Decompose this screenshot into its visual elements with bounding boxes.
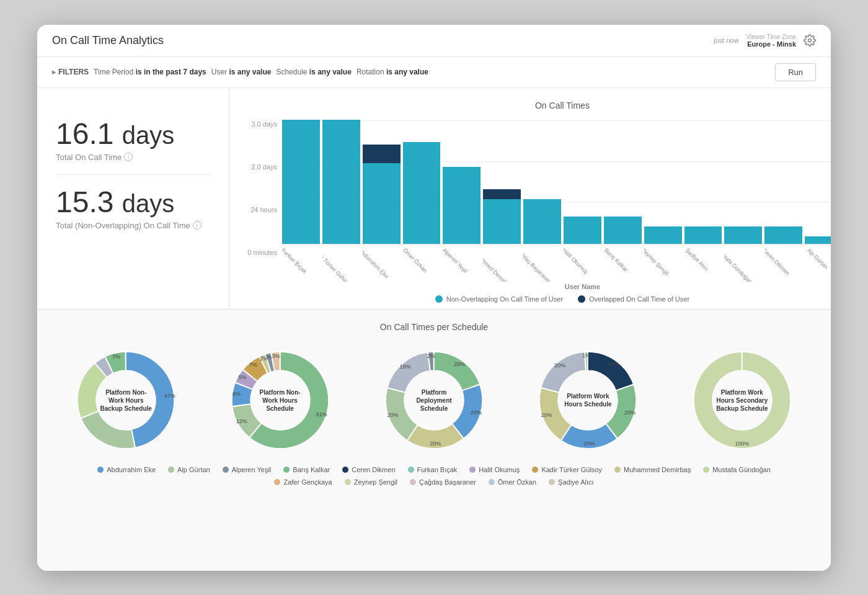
- svg-text:20%: 20%: [541, 412, 552, 418]
- svg-text:7%: 7%: [112, 354, 120, 360]
- total-oncall-block: 16.1 days Total On Call Time i: [56, 107, 210, 175]
- bar-group: [363, 120, 401, 244]
- bar-overlap: [363, 145, 401, 163]
- non-overlapping-label: Total (Non-Overlapping) On Call Time i: [56, 221, 210, 230]
- legend-entry-8: Muhammed Demirbaş: [614, 466, 691, 473]
- legend-label-4: Ceren Dikmen: [352, 466, 395, 473]
- x-label: Alp Gürtan: [806, 247, 829, 270]
- x-label-wrap: Muhammed Demirbaş: [483, 244, 521, 282]
- legend-circle-1: [168, 467, 174, 473]
- x-label-wrap: Mustafa Gündoğan: [724, 244, 762, 282]
- donut-center-label-3: Platform Work Hours Schedule: [560, 392, 616, 408]
- legend-entry-9: Mustafa Gündoğan: [703, 466, 771, 473]
- legend-entry-6: Halit Okumuş: [469, 466, 520, 473]
- x-label: Barış Kalkar: [604, 247, 629, 273]
- x-label: Halit Okumuş: [564, 247, 590, 275]
- svg-text:20%: 20%: [471, 409, 482, 416]
- legend-circle-12: [410, 479, 416, 485]
- chart-area: [282, 120, 831, 244]
- x-label-wrap: Şadiye Alıcı: [684, 244, 722, 282]
- x-label: Kadir Türker Gülsoy: [322, 247, 352, 282]
- svg-text:12%: 12%: [236, 418, 247, 424]
- main-content: 16.1 days Total On Call Time i 15.3 days…: [37, 88, 831, 571]
- dashboard: On Call Time Analytics just now Viewer T…: [37, 25, 831, 571]
- bar-main: [443, 167, 480, 244]
- donut-svg-container-1: 61%12%8%5%7%2%2%3%Platform Non-Work Hour…: [224, 344, 336, 456]
- legend-circle-5: [408, 467, 414, 473]
- svg-text:20%: 20%: [454, 360, 465, 367]
- x-label-wrap: Barış Kalkar: [604, 244, 642, 282]
- legend-entry-2: Alperen Yeşil: [223, 466, 272, 473]
- bar-group: [443, 120, 480, 244]
- x-label-wrap: Zeynep Şengil: [644, 244, 682, 282]
- legend-label-8: Muhammed Demirbaş: [624, 466, 691, 473]
- legend-label-13: Ömer Özkan: [498, 478, 536, 486]
- legend-circle-2: [223, 467, 229, 473]
- svg-text:3%: 3%: [272, 352, 280, 359]
- donut-center-label-4: Platform Work Hours Secondary Backup Sch…: [714, 388, 770, 412]
- bar-chart: 3.0 days 2.0 days 24 hours 0 minutes: [242, 120, 831, 282]
- filter-bar: FILTERS Time Period is in the past 7 day…: [37, 57, 831, 88]
- svg-text:1%: 1%: [583, 352, 591, 359]
- x-label-wrap: Çağdaş Başaraner: [523, 244, 561, 282]
- x-label-wrap: Alperen Yeşil: [443, 244, 480, 282]
- svg-text:100%: 100%: [735, 441, 749, 447]
- donut-svg-container-2: 20%20%20%20%19%2%Platform Deployment Sch…: [378, 344, 490, 456]
- donut-svg-container-4: 100%Platform Work Hours Secondary Backup…: [686, 344, 798, 456]
- legend-entry-14: Şadiye Alıcı: [549, 478, 593, 486]
- bar-main: [322, 120, 360, 244]
- legend-label-12: Çağdaş Başaraner: [419, 478, 476, 486]
- donut-charts-row: 47%7%Platform Non-Work Hours Backup Sche…: [52, 344, 816, 456]
- svg-text:2%: 2%: [427, 352, 435, 359]
- donut-wrapper-4: 100%Platform Work Hours Secondary Backup…: [668, 344, 816, 456]
- x-label-wrap: Furkan Bıçak: [282, 244, 320, 282]
- bar-main: [403, 142, 441, 244]
- legend-circle-8: [614, 467, 621, 473]
- legend-entry-10: Zafer Gençkaya: [274, 478, 332, 486]
- filter-user: User is any value: [211, 68, 272, 76]
- total-oncall-label: Total On Call Time i: [56, 153, 210, 162]
- settings-icon[interactable]: [804, 34, 816, 47]
- legend-circle-9: [703, 467, 709, 473]
- donut-center-label-1: Platform Non-Work Hours Schedule: [252, 388, 308, 412]
- chart-title: On Call Times: [242, 101, 831, 110]
- filter-schedule: Schedule is any value: [276, 68, 351, 76]
- legend-entry-0: Abdurrahim Eke: [97, 466, 156, 473]
- run-button[interactable]: Run: [775, 63, 816, 81]
- legend-entry-13: Ömer Özkan: [489, 478, 536, 486]
- chart-legend: Non-Overlapping On Call Time of User Ove…: [242, 295, 831, 303]
- donut-wrapper-2: 20%20%20%20%19%2%Platform Deployment Sch…: [360, 344, 508, 456]
- bar-main: [764, 226, 802, 244]
- svg-text:20%: 20%: [555, 362, 566, 369]
- x-label-wrap: Kadir Türker Gülsoy: [322, 244, 360, 282]
- bar-group: [564, 120, 601, 244]
- x-label: Çağdaş Başaraner: [523, 247, 552, 282]
- bar-main: [805, 236, 831, 244]
- non-overlapping-info-icon[interactable]: i: [193, 221, 202, 230]
- bar-main: [523, 199, 561, 244]
- legend-label-1: Alp Gürtan: [177, 466, 210, 473]
- bar-group: [523, 120, 561, 244]
- legend-label-2: Alperen Yeşil: [232, 466, 272, 473]
- svg-text:7%: 7%: [249, 362, 257, 368]
- top-section: 16.1 days Total On Call Time i 15.3 days…: [37, 88, 831, 310]
- total-oncall-info-icon[interactable]: i: [124, 153, 133, 161]
- legend-circle-7: [532, 467, 538, 473]
- schedule-section: On Call Times per Schedule 47%7%Platform…: [37, 310, 831, 498]
- x-label: Muhammed Demirbaş: [483, 247, 513, 282]
- x-label-wrap: Ömer Özkan: [403, 244, 441, 282]
- filter-label[interactable]: FILTERS: [52, 68, 89, 76]
- non-overlapping-block: 15.3 days Total (Non-Overlapping) On Cal…: [56, 175, 210, 243]
- page-title: On Call Time Analytics: [52, 34, 164, 47]
- bar-group: [282, 120, 320, 244]
- legend-overlap: Overlapped On Call Time of User: [578, 295, 689, 303]
- donut-wrapper-3: 20%20%20%20%20%1%Platform Work Hours Sch…: [514, 344, 662, 456]
- svg-text:61%: 61%: [316, 411, 327, 418]
- legend-non-overlap: Non-Overlapping On Call Time of User: [435, 295, 563, 303]
- svg-text:8%: 8%: [232, 391, 241, 397]
- x-label-wrap: Ceren Dikmen: [764, 244, 802, 282]
- bar-group: [403, 120, 441, 244]
- donut-wrapper-0: 47%7%Platform Non-Work Hours Backup Sche…: [52, 344, 200, 456]
- y-axis: 3.0 days 2.0 days 24 hours 0 minutes: [242, 120, 282, 257]
- legend-circle-14: [549, 479, 555, 485]
